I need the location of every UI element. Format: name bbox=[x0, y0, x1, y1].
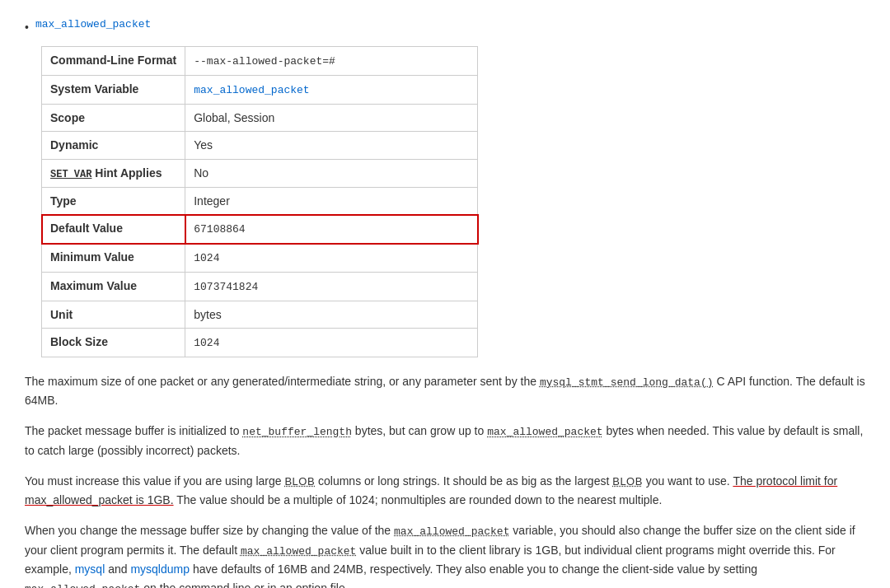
table-row: Default Value67108864 bbox=[42, 215, 478, 244]
table-cell-value: No bbox=[185, 159, 478, 187]
net-buffer-length-code: net_buffer_length bbox=[242, 426, 352, 438]
table-cell-value: 1024 bbox=[185, 244, 478, 273]
paragraph-3: You must increase this value if you are … bbox=[25, 472, 865, 510]
table-row: ScopeGlobal, Session bbox=[42, 104, 478, 131]
table-cell-key: Command-Line Format bbox=[42, 47, 185, 76]
mysql-link[interactable]: mysql bbox=[75, 562, 105, 576]
paragraph-4: When you change the message buffer size … bbox=[25, 521, 865, 588]
table-row: System Variablemax_allowed_packet bbox=[42, 76, 478, 105]
blob-code-2: BLOB bbox=[612, 475, 643, 488]
table-cell-key: Scope bbox=[42, 104, 185, 131]
table-row: DynamicYes bbox=[42, 132, 478, 159]
max-allowed-packet-code-p2: max_allowed_packet bbox=[487, 426, 602, 438]
table-cell-key: Default Value bbox=[42, 215, 185, 244]
table-cell-value: 1073741824 bbox=[185, 272, 478, 301]
table-cell-value: Yes bbox=[185, 132, 478, 159]
mysql-stmt-send-long-data-code: mysql_stmt_send_long_data() bbox=[540, 376, 714, 389]
bullet-dot: • bbox=[25, 18, 29, 36]
table-cell-value: bytes bbox=[185, 301, 478, 328]
table-row: Block Size1024 bbox=[42, 329, 478, 357]
table-row: Unitbytes bbox=[42, 301, 478, 328]
paragraph-1: The maximum size of one packet or any ge… bbox=[25, 372, 865, 411]
table-cell-value: --max-allowed-packet=# bbox=[185, 47, 478, 76]
table-cell-key: Unit bbox=[42, 301, 185, 328]
table-row: TypeInteger bbox=[42, 187, 478, 214]
paragraph-2: The packet message buffer is initialized… bbox=[25, 422, 865, 460]
table-cell-value[interactable]: max_allowed_packet bbox=[185, 76, 478, 105]
table-cell-key: Dynamic bbox=[42, 132, 185, 159]
table-cell-value: Global, Session bbox=[185, 104, 478, 131]
table-row: Command-Line Format--max-allowed-packet=… bbox=[42, 47, 478, 76]
table-cell-key: System Variable bbox=[42, 76, 185, 105]
mysqldump-link[interactable]: mysqldump bbox=[130, 562, 190, 576]
bullet-link[interactable]: max_allowed_packet bbox=[35, 16, 151, 34]
table-cell-value: 1024 bbox=[185, 329, 478, 357]
table-cell-key: Maximum Value bbox=[42, 272, 185, 301]
table-cell-key: Block Size bbox=[42, 329, 185, 357]
table-row: SET_VAR Hint AppliesNo bbox=[42, 159, 478, 187]
table-row: Maximum Value1073741824 bbox=[42, 272, 478, 301]
table-cell-key: SET_VAR Hint Applies bbox=[42, 159, 185, 187]
max-allowed-packet-code-p4b: max_allowed_packet bbox=[241, 545, 356, 558]
max-allowed-packet-code-p4a: max_allowed_packet bbox=[394, 525, 509, 538]
table-cell-key: Type bbox=[42, 187, 185, 214]
blob-code-1: BLOB bbox=[284, 475, 315, 488]
system-variable-link[interactable]: max_allowed_packet bbox=[194, 84, 309, 96]
info-table: Command-Line Format--max-allowed-packet=… bbox=[41, 46, 478, 357]
table-cell-key: Minimum Value bbox=[42, 244, 185, 273]
table-cell-value: 67108864 bbox=[185, 215, 478, 244]
max-allowed-packet-code-p4c: max_allowed_packet bbox=[25, 583, 140, 588]
table-cell-value: Integer bbox=[185, 187, 478, 214]
table-row: Minimum Value1024 bbox=[42, 244, 478, 273]
bullet-item: • max_allowed_packet bbox=[25, 16, 865, 36]
